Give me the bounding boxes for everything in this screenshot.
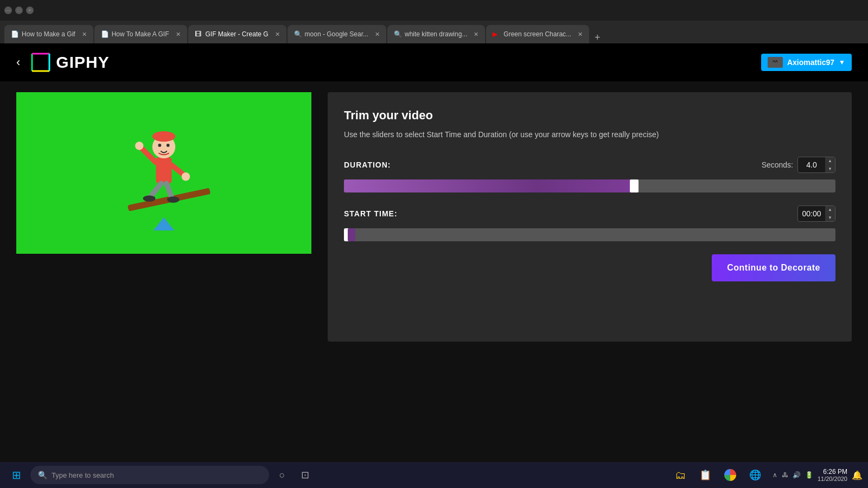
taskbar-search[interactable]: 🔍 Type here to search <box>30 466 269 484</box>
svg-line-15 <box>167 183 172 197</box>
svg-point-11 <box>167 144 170 147</box>
close-button[interactable]: ✕ <box>26 7 34 14</box>
svg-line-14 <box>151 183 161 196</box>
duration-spinner-arrows[interactable]: ▲ ▼ <box>825 157 835 173</box>
start-time-increment[interactable]: ▲ <box>825 206 835 214</box>
windows-logo-icon: ⊞ <box>12 468 21 481</box>
workspace: Trim your video Use the sliders to selec… <box>0 81 868 462</box>
controls-panel: Trim your video Use the sliders to selec… <box>328 92 852 342</box>
start-time-slider-handle[interactable] <box>348 228 355 241</box>
taskbar-pinned-icons: 🗂 📋 🌐 <box>671 465 765 485</box>
duration-decrement[interactable]: ▼ <box>825 165 835 173</box>
duration-control: DURATION: Seconds: 4.0 ▲ ▼ <box>344 157 835 192</box>
duration-label: DURATION: <box>344 160 391 169</box>
panel-description: Use the sliders to select Start Time and… <box>344 129 835 140</box>
tabs-bar: 📄 How to Make a Gif ✕ 📄 How To Make A GI… <box>0 21 868 43</box>
giphy-back-button[interactable]: ‹ <box>16 55 20 69</box>
duration-spinner[interactable]: 4.0 ▲ ▼ <box>797 157 835 173</box>
svg-marker-6 <box>154 217 175 230</box>
taskbar-edge-button[interactable]: 🌐 <box>745 465 765 485</box>
taskbar-chrome-button[interactable] <box>720 465 740 485</box>
tab5-close[interactable]: ✕ <box>474 31 478 38</box>
start-time-decrement[interactable]: ▼ <box>825 214 835 222</box>
window-controls[interactable]: — □ ✕ <box>4 7 34 14</box>
giphy-logo-text: GIPHY <box>56 53 109 72</box>
green-screen-background <box>16 92 311 254</box>
user-name: Axiomattic97 <box>787 58 834 67</box>
duration-slider-handle[interactable] <box>630 179 639 192</box>
minimize-button[interactable]: — <box>4 7 12 14</box>
seconds-label: Seconds: <box>762 160 793 169</box>
start-time-label-row: START TIME: 00:00 ▲ ▼ <box>344 206 835 222</box>
tab3-close[interactable]: ✕ <box>275 31 280 38</box>
tab5-label: white kitten drawing... <box>405 30 467 38</box>
browser-tab-2[interactable]: 📄 How To Make A GIF ✕ <box>94 25 187 43</box>
start-time-value: 00:00 <box>798 209 825 218</box>
maximize-button[interactable]: □ <box>15 7 23 14</box>
start-time-control: START TIME: 00:00 ▲ ▼ <box>344 206 835 241</box>
user-menu[interactable]: ^^ Axiomattic97 ▼ <box>761 54 852 71</box>
svg-rect-0 <box>32 54 49 71</box>
tab5-favicon: 🔍 <box>394 30 401 38</box>
browser-tab-5[interactable]: 🔍 white kitten drawing... ✕ <box>387 25 485 43</box>
tab4-close[interactable]: ✕ <box>375 31 380 38</box>
continue-to-decorate-button[interactable]: Continue to Decorate <box>712 254 835 281</box>
browser-tab-6[interactable]: ▶ Green screen Charac... ✕ <box>486 25 589 43</box>
notification-button[interactable]: 🔔 <box>852 470 863 480</box>
tab6-label: Green screen Charac... <box>503 30 571 38</box>
dropdown-arrow-icon: ▼ <box>839 59 845 66</box>
continue-btn-row: Continue to Decorate <box>344 254 835 281</box>
tab6-close[interactable]: ✕ <box>578 31 583 38</box>
duration-label-row: DURATION: Seconds: 4.0 ▲ ▼ <box>344 157 835 173</box>
browser-chrome: — □ ✕ 📄 How to Make a Gif ✕ 📄 How To Mak… <box>0 0 868 43</box>
clock-time: 6:26 PM <box>818 468 847 476</box>
browser-tab-4[interactable]: 🔍 moon - Google Sear... ✕ <box>288 25 386 43</box>
system-tray: ∧ 🖧 🔊 🔋 6:26 PM 11/20/2020 🔔 <box>773 468 863 482</box>
tab2-favicon: 📄 <box>101 30 108 38</box>
user-avatar-eyes: ^^ <box>773 60 777 66</box>
giphy-logo-icon <box>31 53 50 72</box>
start-time-spinner-arrows[interactable]: ▲ ▼ <box>825 206 835 222</box>
title-bar: — □ ✕ <box>0 0 868 21</box>
svg-point-16 <box>135 142 143 150</box>
duration-slider-track[interactable] <box>344 179 835 192</box>
tray-volume-icon[interactable]: 🔊 <box>793 471 801 479</box>
page-content: ‹ GIPHY ^^ Axiomattic97 ▼ <box>0 43 868 462</box>
tab3-favicon: 🎞 <box>195 30 202 38</box>
tab1-favicon: 📄 <box>11 30 18 38</box>
taskbar-task-view-button[interactable]: ⊡ <box>295 465 315 485</box>
start-button[interactable]: ⊞ <box>5 464 27 486</box>
browser-tab-3[interactable]: 🎞 GIF Maker - Create G ✕ <box>188 25 286 43</box>
svg-rect-7 <box>156 157 172 183</box>
tab2-close[interactable]: ✕ <box>176 31 181 38</box>
search-icon: 🔍 <box>38 471 47 479</box>
giphy-header: ‹ GIPHY ^^ Axiomattic97 ▼ <box>0 43 868 81</box>
tab6-favicon: ▶ <box>493 30 500 38</box>
taskbar-notes-button[interactable]: 📋 <box>695 465 715 485</box>
taskbar: ⊞ 🔍 Type here to search ○ ⊡ 🗂 📋 🌐 ∧ 🖧 🔊 … <box>0 462 868 488</box>
svg-point-9 <box>152 131 175 142</box>
svg-point-10 <box>158 144 161 147</box>
tray-network-icon[interactable]: 🖧 <box>782 471 788 479</box>
duration-fill <box>344 179 634 192</box>
tab3-label: GIF Maker - Create G <box>206 30 269 38</box>
tab1-label: How to Make a Gif <box>22 30 75 38</box>
svg-point-18 <box>143 195 155 202</box>
svg-point-19 <box>167 196 180 203</box>
taskbar-explorer-button[interactable]: 🗂 <box>671 465 690 485</box>
duration-value: 4.0 <box>798 160 825 169</box>
search-placeholder-text: Type here to search <box>52 471 114 479</box>
giphy-logo: GIPHY <box>31 53 109 72</box>
start-time-slider-track[interactable] <box>344 228 835 241</box>
system-clock[interactable]: 6:26 PM 11/20/2020 <box>818 468 847 482</box>
tab1-close[interactable]: ✕ <box>82 31 87 38</box>
tray-chevron-icon[interactable]: ∧ <box>773 471 777 479</box>
start-time-spinner[interactable]: 00:00 ▲ ▼ <box>797 206 835 222</box>
new-tab-button[interactable]: + <box>590 32 605 43</box>
tab4-label: moon - Google Sear... <box>305 30 368 38</box>
tray-battery-icon[interactable]: 🔋 <box>805 471 813 479</box>
browser-tab-1[interactable]: 📄 How to Make a Gif ✕ <box>4 25 93 43</box>
taskbar-cortana-button[interactable]: ○ <box>272 465 292 485</box>
duration-increment[interactable]: ▲ <box>825 157 835 165</box>
svg-point-17 <box>182 172 190 181</box>
